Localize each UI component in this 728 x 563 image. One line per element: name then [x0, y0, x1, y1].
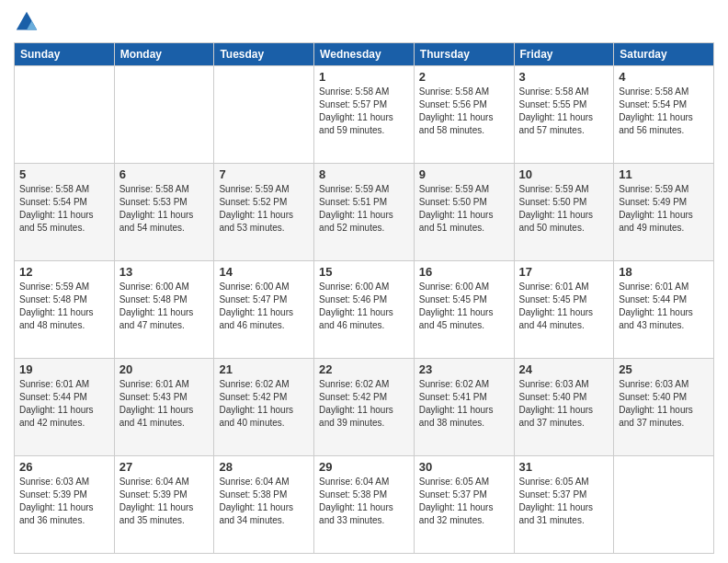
- day-number: 17: [519, 265, 609, 279]
- calendar-cell: 5Sunrise: 5:58 AM Sunset: 5:54 PM Daylig…: [15, 164, 115, 261]
- day-number: 24: [519, 362, 609, 376]
- day-info: Sunrise: 6:03 AM Sunset: 5:40 PM Dayligh…: [619, 378, 709, 430]
- day-info: Sunrise: 6:03 AM Sunset: 5:40 PM Dayligh…: [519, 378, 609, 430]
- day-info: Sunrise: 6:01 AM Sunset: 5:45 PM Dayligh…: [519, 281, 609, 332]
- calendar-cell: 29Sunrise: 6:04 AM Sunset: 5:38 PM Dayli…: [314, 456, 415, 554]
- day-number: 16: [419, 265, 509, 279]
- calendar-day-header: Monday: [114, 43, 214, 66]
- day-info: Sunrise: 5:58 AM Sunset: 5:56 PM Dayligh…: [419, 86, 509, 137]
- day-number: 9: [419, 167, 509, 181]
- day-number: 19: [19, 362, 109, 376]
- calendar-cell: 20Sunrise: 6:01 AM Sunset: 5:43 PM Dayli…: [114, 359, 214, 456]
- day-number: 30: [419, 460, 509, 474]
- calendar-cell: 8Sunrise: 5:59 AM Sunset: 5:51 PM Daylig…: [314, 164, 415, 261]
- calendar-cell: 16Sunrise: 6:00 AM Sunset: 5:45 PM Dayli…: [414, 261, 514, 359]
- calendar-day-header: Saturday: [614, 43, 714, 66]
- day-number: 4: [619, 70, 709, 84]
- day-number: 21: [219, 362, 309, 376]
- calendar-day-header: Wednesday: [314, 43, 415, 66]
- day-number: 23: [419, 362, 509, 376]
- calendar-cell: 27Sunrise: 6:04 AM Sunset: 5:39 PM Dayli…: [114, 456, 214, 554]
- day-info: Sunrise: 6:04 AM Sunset: 5:39 PM Dayligh…: [119, 476, 210, 527]
- calendar-week-row: 5Sunrise: 5:58 AM Sunset: 5:54 PM Daylig…: [15, 164, 714, 261]
- day-info: Sunrise: 6:02 AM Sunset: 5:42 PM Dayligh…: [319, 378, 409, 430]
- day-info: Sunrise: 6:01 AM Sunset: 5:44 PM Dayligh…: [19, 378, 109, 430]
- day-number: 5: [19, 167, 109, 181]
- day-number: 10: [519, 167, 609, 181]
- calendar-cell: 19Sunrise: 6:01 AM Sunset: 5:44 PM Dayli…: [15, 359, 115, 456]
- calendar-cell: 18Sunrise: 6:01 AM Sunset: 5:44 PM Dayli…: [614, 261, 714, 359]
- calendar-cell: 26Sunrise: 6:03 AM Sunset: 5:39 PM Dayli…: [15, 456, 115, 554]
- calendar-cell: 30Sunrise: 6:05 AM Sunset: 5:37 PM Dayli…: [414, 456, 514, 554]
- calendar-cell: 24Sunrise: 6:03 AM Sunset: 5:40 PM Dayli…: [514, 359, 614, 456]
- calendar-cell: 1Sunrise: 5:58 AM Sunset: 5:57 PM Daylig…: [314, 66, 415, 164]
- calendar-week-row: 12Sunrise: 5:59 AM Sunset: 5:48 PM Dayli…: [15, 261, 714, 359]
- day-info: Sunrise: 6:05 AM Sunset: 5:37 PM Dayligh…: [519, 476, 609, 527]
- day-info: Sunrise: 6:00 AM Sunset: 5:45 PM Dayligh…: [419, 281, 509, 332]
- calendar-day-header: Sunday: [15, 43, 115, 66]
- calendar-table: SundayMondayTuesdayWednesdayThursdayFrid…: [14, 42, 714, 554]
- calendar-cell: 9Sunrise: 5:59 AM Sunset: 5:50 PM Daylig…: [414, 164, 514, 261]
- calendar-cell: 14Sunrise: 6:00 AM Sunset: 5:47 PM Dayli…: [214, 261, 314, 359]
- calendar-cell: [114, 66, 214, 164]
- calendar-day-header: Tuesday: [214, 43, 314, 66]
- calendar-cell: 25Sunrise: 6:03 AM Sunset: 5:40 PM Dayli…: [614, 359, 714, 456]
- calendar-cell: 2Sunrise: 5:58 AM Sunset: 5:56 PM Daylig…: [414, 66, 514, 164]
- day-number: 6: [119, 167, 210, 181]
- day-info: Sunrise: 6:05 AM Sunset: 5:37 PM Dayligh…: [419, 476, 509, 527]
- day-number: 8: [319, 167, 409, 181]
- day-number: 29: [319, 460, 409, 474]
- calendar-cell: 10Sunrise: 5:59 AM Sunset: 5:50 PM Dayli…: [514, 164, 614, 261]
- calendar-cell: 3Sunrise: 5:58 AM Sunset: 5:55 PM Daylig…: [514, 66, 614, 164]
- day-number: 13: [119, 265, 210, 279]
- day-info: Sunrise: 5:58 AM Sunset: 5:54 PM Dayligh…: [619, 86, 709, 137]
- day-number: 25: [619, 362, 709, 376]
- day-info: Sunrise: 5:59 AM Sunset: 5:52 PM Dayligh…: [219, 183, 309, 235]
- day-number: 7: [219, 167, 309, 181]
- calendar-week-row: 1Sunrise: 5:58 AM Sunset: 5:57 PM Daylig…: [15, 66, 714, 164]
- day-info: Sunrise: 5:59 AM Sunset: 5:49 PM Dayligh…: [619, 183, 709, 235]
- day-number: 1: [319, 70, 409, 84]
- logo-icon: [14, 9, 40, 35]
- calendar-cell: [614, 456, 714, 554]
- day-info: Sunrise: 6:00 AM Sunset: 5:47 PM Dayligh…: [219, 281, 309, 332]
- day-number: 22: [319, 362, 409, 376]
- day-number: 11: [619, 167, 709, 181]
- day-info: Sunrise: 6:02 AM Sunset: 5:41 PM Dayligh…: [419, 378, 509, 430]
- calendar-cell: 13Sunrise: 6:00 AM Sunset: 5:48 PM Dayli…: [114, 261, 214, 359]
- calendar-cell: 17Sunrise: 6:01 AM Sunset: 5:45 PM Dayli…: [514, 261, 614, 359]
- calendar-cell: 6Sunrise: 5:58 AM Sunset: 5:53 PM Daylig…: [114, 164, 214, 261]
- day-info: Sunrise: 5:58 AM Sunset: 5:54 PM Dayligh…: [19, 183, 109, 235]
- day-info: Sunrise: 6:04 AM Sunset: 5:38 PM Dayligh…: [219, 476, 309, 527]
- calendar-cell: [214, 66, 314, 164]
- calendar-cell: 23Sunrise: 6:02 AM Sunset: 5:41 PM Dayli…: [414, 359, 514, 456]
- calendar-week-row: 26Sunrise: 6:03 AM Sunset: 5:39 PM Dayli…: [15, 456, 714, 554]
- day-info: Sunrise: 5:59 AM Sunset: 5:51 PM Dayligh…: [319, 183, 409, 235]
- day-number: 12: [19, 265, 109, 279]
- day-number: 18: [619, 265, 709, 279]
- day-number: 3: [519, 70, 609, 84]
- calendar-cell: 11Sunrise: 5:59 AM Sunset: 5:49 PM Dayli…: [614, 164, 714, 261]
- calendar-cell: 21Sunrise: 6:02 AM Sunset: 5:42 PM Dayli…: [214, 359, 314, 456]
- day-info: Sunrise: 5:59 AM Sunset: 5:48 PM Dayligh…: [19, 281, 109, 332]
- calendar-cell: 31Sunrise: 6:05 AM Sunset: 5:37 PM Dayli…: [514, 456, 614, 554]
- calendar-header-row: SundayMondayTuesdayWednesdayThursdayFrid…: [15, 43, 714, 66]
- day-info: Sunrise: 5:59 AM Sunset: 5:50 PM Dayligh…: [519, 183, 609, 235]
- calendar-cell: 7Sunrise: 5:59 AM Sunset: 5:52 PM Daylig…: [214, 164, 314, 261]
- calendar-cell: 4Sunrise: 5:58 AM Sunset: 5:54 PM Daylig…: [614, 66, 714, 164]
- day-number: 15: [319, 265, 409, 279]
- calendar-day-header: Friday: [514, 43, 614, 66]
- day-info: Sunrise: 5:58 AM Sunset: 5:53 PM Dayligh…: [119, 183, 210, 235]
- day-info: Sunrise: 6:00 AM Sunset: 5:46 PM Dayligh…: [319, 281, 409, 332]
- calendar-cell: 22Sunrise: 6:02 AM Sunset: 5:42 PM Dayli…: [314, 359, 415, 456]
- day-number: 28: [219, 460, 309, 474]
- calendar-cell: 15Sunrise: 6:00 AM Sunset: 5:46 PM Dayli…: [314, 261, 415, 359]
- day-info: Sunrise: 6:02 AM Sunset: 5:42 PM Dayligh…: [219, 378, 309, 430]
- day-number: 2: [419, 70, 509, 84]
- day-info: Sunrise: 6:04 AM Sunset: 5:38 PM Dayligh…: [319, 476, 409, 527]
- day-info: Sunrise: 6:01 AM Sunset: 5:43 PM Dayligh…: [119, 378, 210, 430]
- day-info: Sunrise: 5:59 AM Sunset: 5:50 PM Dayligh…: [419, 183, 509, 235]
- calendar-cell: 28Sunrise: 6:04 AM Sunset: 5:38 PM Dayli…: [214, 456, 314, 554]
- day-info: Sunrise: 6:01 AM Sunset: 5:44 PM Dayligh…: [619, 281, 709, 332]
- day-number: 14: [219, 265, 309, 279]
